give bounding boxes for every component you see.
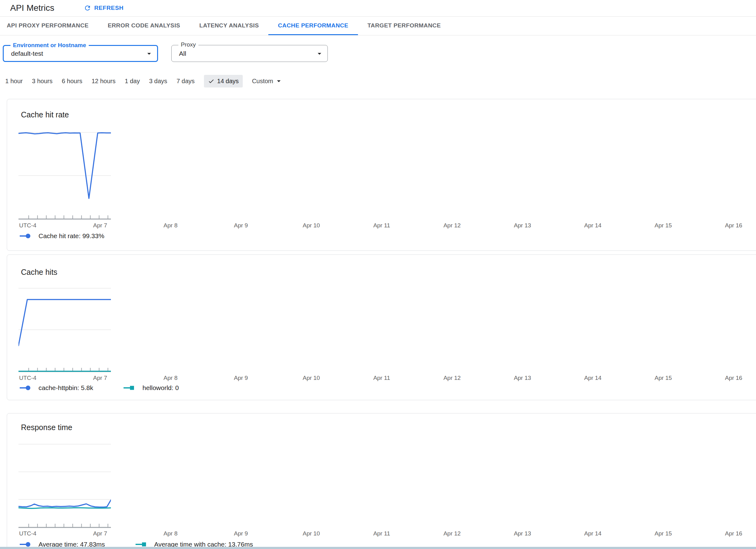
x-tick-label: Apr 11 bbox=[373, 530, 390, 537]
timezone-label: UTC-4 bbox=[19, 375, 36, 381]
x-tick-label: Apr 7 bbox=[93, 375, 107, 381]
x-tick-label: Apr 12 bbox=[443, 222, 461, 229]
x-tick-label: Apr 13 bbox=[514, 375, 531, 381]
horizontal-scrollbar[interactable] bbox=[0, 547, 756, 549]
time-option-3-days[interactable]: 3 days bbox=[149, 78, 167, 85]
x-tick-label: Apr 16 bbox=[725, 222, 742, 229]
tab-target-performance[interactable]: TARGET PERFORMANCE bbox=[358, 17, 450, 35]
environment-select[interactable]: Environment or Hostname default-test bbox=[3, 45, 158, 62]
environment-select-value: default-test bbox=[11, 50, 43, 57]
timezone-label: UTC-4 bbox=[19, 530, 36, 537]
tab-latency-analysis[interactable]: LATENCY ANALYSIS bbox=[190, 17, 268, 35]
chart-title: Response time bbox=[21, 423, 72, 432]
circle-legend-marker-icon bbox=[19, 542, 34, 547]
series-line-Cache hit rate bbox=[18, 133, 111, 198]
chart-title: Cache hit rate bbox=[21, 110, 69, 119]
time-option-1-hour[interactable]: 1 hour bbox=[5, 78, 23, 85]
chart-legend: Cache hit rate: 99.33% bbox=[19, 232, 104, 240]
time-option-12-hours[interactable]: 12 hours bbox=[91, 78, 116, 85]
refresh-label: REFRESH bbox=[94, 5, 124, 11]
page-title: API Metrics bbox=[10, 3, 54, 13]
legend-label: helloworld: 0 bbox=[142, 384, 179, 392]
x-tick-label: Apr 13 bbox=[514, 222, 531, 229]
refresh-button[interactable]: REFRESH bbox=[84, 4, 124, 12]
proxy-select-label: Proxy bbox=[178, 41, 198, 48]
tab-cache-performance[interactable]: CACHE PERFORMANCE bbox=[268, 17, 358, 35]
x-tick-label: Apr 10 bbox=[303, 222, 320, 229]
x-axis-labels: UTC-4Apr 7Apr 8Apr 9Apr 10Apr 11Apr 12Ap… bbox=[18, 530, 756, 538]
check-icon bbox=[208, 78, 214, 84]
legend-label: cache-httpbin: 5.8k bbox=[39, 384, 93, 392]
custom-label: Custom bbox=[252, 78, 273, 85]
cache-hits-chart[interactable] bbox=[18, 276, 111, 372]
timezone-label: UTC-4 bbox=[19, 222, 36, 229]
series-line-Average time bbox=[18, 500, 111, 507]
refresh-icon bbox=[84, 4, 91, 12]
x-tick-label: Apr 12 bbox=[443, 530, 461, 537]
legend-item-helloworld[interactable]: helloworld: 0 bbox=[123, 384, 179, 392]
response-time-card: Response time UTC-4Apr 7Apr 8Apr 9Apr 10… bbox=[7, 413, 756, 549]
series-line-Average time with cache bbox=[18, 508, 111, 508]
square-legend-marker-icon bbox=[135, 542, 149, 547]
response-time-chart[interactable] bbox=[18, 432, 111, 528]
page-header: API Metrics REFRESH bbox=[0, 0, 756, 16]
tab-api-proxy-performance[interactable]: API PROXY PERFORMANCE bbox=[0, 17, 98, 35]
x-tick-label: Apr 10 bbox=[303, 375, 320, 381]
x-tick-label: Apr 8 bbox=[164, 375, 177, 381]
proxy-select-value: All bbox=[179, 50, 186, 57]
environment-select-label: Environment or Hostname bbox=[10, 42, 89, 49]
cache-hit-rate-card: Cache hit rate UTC-4Apr 7Apr 8Apr 9Apr 1… bbox=[7, 99, 756, 251]
x-tick-label: Apr 9 bbox=[234, 530, 248, 537]
circle-legend-marker-icon bbox=[19, 234, 34, 238]
x-tick-label: Apr 11 bbox=[373, 222, 390, 229]
time-option-14-days-selected[interactable]: 14 days bbox=[204, 75, 243, 87]
proxy-select[interactable]: Proxy All bbox=[171, 45, 328, 62]
selected-time-range-label: 14 days bbox=[217, 78, 239, 85]
x-tick-label: Apr 10 bbox=[303, 530, 320, 537]
x-tick-label: Apr 7 bbox=[93, 530, 107, 537]
time-range-bar: 1 hour 3 hours 6 hours 12 hours 1 day 3 … bbox=[5, 74, 283, 88]
time-option-7-days[interactable]: 7 days bbox=[177, 78, 195, 85]
x-axis-labels: UTC-4Apr 7Apr 8Apr 9Apr 10Apr 11Apr 12Ap… bbox=[18, 374, 756, 382]
time-option-1-day[interactable]: 1 day bbox=[125, 78, 140, 85]
x-tick-label: Apr 8 bbox=[164, 530, 177, 537]
time-option-custom[interactable]: Custom bbox=[252, 77, 283, 85]
x-tick-label: Apr 11 bbox=[373, 375, 390, 381]
x-tick-label: Apr 15 bbox=[655, 375, 672, 381]
x-tick-label: Apr 14 bbox=[584, 530, 601, 537]
x-tick-label: Apr 9 bbox=[234, 222, 248, 229]
x-axis-labels: UTC-4Apr 7Apr 8Apr 9Apr 10Apr 11Apr 12Ap… bbox=[18, 222, 756, 230]
cache-hits-card: Cache hits UTC-4Apr 7Apr 8Apr 9Apr 10Apr… bbox=[7, 254, 756, 400]
time-option-3-hours[interactable]: 3 hours bbox=[32, 78, 53, 85]
chart-title: Cache hits bbox=[21, 268, 57, 277]
x-tick-label: Apr 12 bbox=[443, 375, 461, 381]
x-tick-label: Apr 16 bbox=[725, 530, 742, 537]
square-legend-marker-icon bbox=[123, 385, 137, 390]
time-option-6-hours[interactable]: 6 hours bbox=[62, 78, 82, 85]
cache-hit-rate-chart[interactable] bbox=[18, 124, 111, 220]
dropdown-arrow-icon bbox=[315, 49, 324, 58]
x-tick-label: Apr 14 bbox=[584, 222, 601, 229]
x-tick-label: Apr 15 bbox=[655, 222, 672, 229]
x-tick-label: Apr 16 bbox=[725, 375, 742, 381]
legend-item-Cache hit rate[interactable]: Cache hit rate: 99.33% bbox=[19, 232, 104, 240]
tab-bar: API PROXY PERFORMANCE ERROR CODE ANALYSI… bbox=[0, 16, 756, 35]
chart-legend: cache-httpbin: 5.8khelloworld: 0 bbox=[19, 384, 179, 392]
series-line-cache-httpbin bbox=[18, 299, 111, 346]
dropdown-arrow-icon bbox=[145, 49, 153, 58]
circle-legend-marker-icon bbox=[19, 385, 34, 390]
x-tick-label: Apr 15 bbox=[655, 530, 672, 537]
dropdown-arrow-icon bbox=[274, 77, 283, 85]
legend-item-cache-httpbin[interactable]: cache-httpbin: 5.8k bbox=[19, 384, 93, 392]
x-tick-label: Apr 9 bbox=[234, 375, 248, 381]
legend-label: Cache hit rate: 99.33% bbox=[39, 232, 104, 240]
tab-error-code-analysis[interactable]: ERROR CODE ANALYSIS bbox=[98, 17, 190, 35]
x-tick-label: Apr 13 bbox=[514, 530, 531, 537]
x-tick-label: Apr 7 bbox=[93, 222, 107, 229]
x-tick-label: Apr 14 bbox=[584, 375, 601, 381]
x-tick-label: Apr 8 bbox=[164, 222, 177, 229]
